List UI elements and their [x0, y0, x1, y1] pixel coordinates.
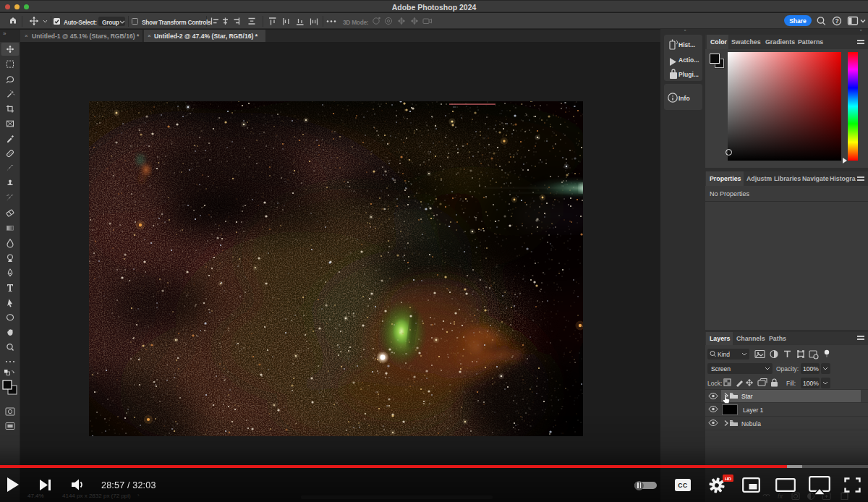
svg-text:?: ? — [835, 17, 838, 25]
